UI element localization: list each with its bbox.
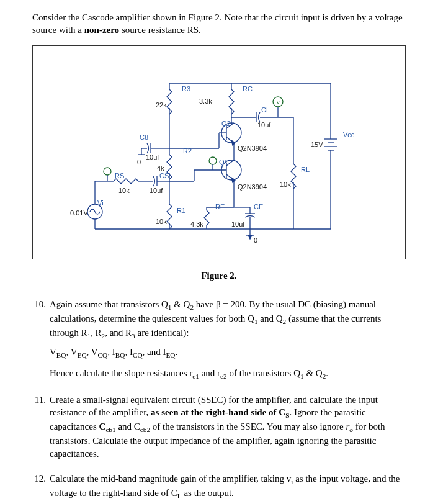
value-ce: 10uf	[231, 220, 244, 229]
value-c8: 10uf	[146, 153, 159, 162]
q10-p3: Hence calculate the slope resistances re…	[50, 367, 406, 381]
label-vi: Vi	[97, 199, 104, 208]
model-q1: Q2N3904	[238, 182, 267, 192]
figure-2-circuit: V	[32, 45, 406, 259]
intro-text: Consider the Cascode amplifier shown in …	[32, 11, 406, 37]
value-rl: 10k	[280, 180, 291, 189]
value-r1: 10k	[156, 217, 167, 227]
value-cs: 10uf	[150, 186, 163, 196]
label-r2: R2	[183, 146, 192, 156]
label-cl: CL	[261, 106, 270, 115]
value-cl: 10uf	[257, 120, 270, 130]
q10-number: 10.	[32, 298, 50, 385]
value-r3: 22k	[156, 101, 167, 110]
gnd-main: 0	[254, 236, 257, 245]
q12-p1: Calculate the mid-band magnitude gain of…	[50, 472, 406, 501]
intro-bold: non-zero	[84, 25, 119, 35]
q11-body: Create a small-signal equivalent circuit…	[50, 394, 406, 464]
question-10: 10. Again assume that transistors Q1 & Q…	[32, 298, 406, 385]
svg-marker-39	[231, 178, 235, 182]
label-re: RE	[215, 202, 225, 212]
label-c8: C8	[140, 133, 148, 142]
q11-number: 11.	[32, 394, 50, 464]
model-q2: Q2N3904	[238, 144, 267, 153]
label-rc: RC	[243, 84, 253, 94]
value-vi: 0.01V	[70, 209, 88, 218]
label-ce: CE	[254, 202, 263, 212]
q10-body: Again assume that transistors Q1 & Q2 ha…	[50, 298, 406, 385]
label-cs: CS	[159, 171, 169, 181]
svg-marker-23	[231, 140, 235, 145]
gnd-c8: 0	[137, 158, 141, 167]
circuit-svg: V	[33, 46, 404, 259]
svg-text:V: V	[276, 99, 280, 106]
value-rc: 3.3k	[199, 97, 212, 106]
label-vcc: Vcc	[343, 130, 354, 140]
figure-caption: Figure 2.	[32, 269, 406, 282]
question-11: 11. Create a small-signal equivalent cir…	[32, 394, 406, 464]
q12-body: Calculate the mid-band magnitude gain of…	[50, 472, 406, 504]
label-q2: Q2	[221, 119, 231, 128]
label-rs: RS	[115, 171, 124, 181]
label-q1: Q1	[219, 158, 228, 167]
q12-number: 12.	[32, 472, 50, 504]
value-re: 4.3k	[190, 220, 203, 229]
question-12: 12. Calculate the mid-band magnitude gai…	[32, 472, 406, 504]
label-rl: RL	[301, 165, 310, 174]
svg-point-50	[104, 168, 111, 175]
svg-point-42	[209, 157, 217, 164]
value-vcc: 15V	[311, 140, 323, 150]
value-rs: 10k	[118, 186, 130, 196]
svg-marker-67	[248, 235, 252, 239]
q10-p1: Again assume that transistors Q1 & Q2 ha…	[50, 298, 406, 341]
intro-part-c: source resistance RS.	[119, 25, 201, 35]
label-r1: R1	[177, 206, 185, 215]
q10-vals: VBQ, VEQ, VCQ, IBQ, ICQ, and IEQ.	[50, 346, 406, 360]
q11-p1: Create a small-signal equivalent circuit…	[50, 394, 406, 460]
label-r3: R3	[182, 84, 190, 94]
